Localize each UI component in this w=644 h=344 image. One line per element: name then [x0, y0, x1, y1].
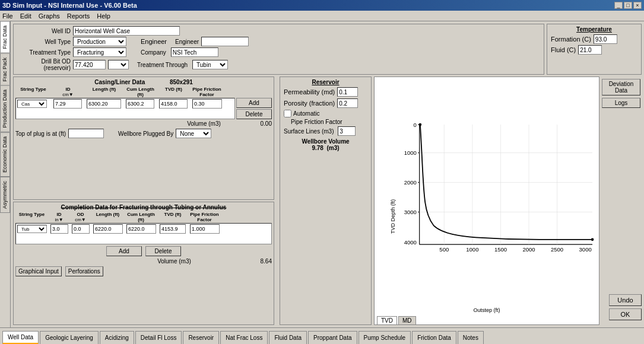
comp-string-type-select[interactable]: Tubing	[17, 225, 47, 233]
tab-geologic-layering[interactable]: Geologic Layering	[40, 331, 99, 344]
drill-bit-input[interactable]	[73, 60, 106, 69]
well-id-row: Well ID	[17, 26, 540, 36]
menu-help[interactable]: Help	[97, 12, 110, 20]
left-tabs: Frac Data Frac Pack Production Data Econ…	[0, 21, 11, 327]
title-bar: 3D Sim Input - NSI Internal Use - V6.00 …	[0, 0, 644, 11]
ok-button[interactable]: OK	[609, 308, 642, 320]
well-id-input[interactable]	[73, 26, 180, 36]
bottom-buttons: Graphical Input Perforations	[15, 266, 272, 276]
menu-file[interactable]: File	[2, 12, 13, 20]
casing-title: Casing/Liner Data 850x291	[15, 79, 272, 85]
menu-reports[interactable]: Reports	[67, 12, 90, 20]
fluid-temp-input[interactable]	[578, 45, 602, 55]
tab-fluid-data[interactable]: Fluid Data	[269, 331, 307, 344]
comp-od-input[interactable]	[72, 224, 90, 234]
drill-bit-unit[interactable]: cm in	[108, 60, 129, 69]
graph-tab-md[interactable]: MD	[398, 316, 416, 324]
completion-add-button[interactable]: Add	[106, 246, 142, 256]
logs-button[interactable]: Logs	[602, 98, 640, 108]
col-string-type: String Type	[15, 87, 51, 97]
graph-section: TVD Depth (ft) Outstep (ft) 0 1000	[374, 77, 642, 325]
completion-scroll[interactable]: Tubing	[15, 223, 272, 244]
casing-scroll[interactable]: Casing	[15, 98, 235, 119]
left-tab-economic[interactable]: Economic Data	[0, 132, 10, 177]
fluid-temp-label: Fluid (C)	[551, 46, 576, 53]
tab-reservoir[interactable]: Reservoir	[183, 331, 219, 344]
casing-length-input[interactable]	[87, 99, 121, 109]
comp-tvd-input[interactable]	[160, 224, 186, 234]
fluid-temp-row: Fluid (C)	[551, 45, 637, 55]
comp-id-input[interactable]	[50, 224, 68, 234]
wellbore-volume: Wellbore Volume 9.78 (m3)	[284, 138, 367, 151]
automatic-checkbox[interactable]	[284, 110, 291, 117]
menu-edit[interactable]: Edit	[20, 12, 31, 20]
casing-delete-button[interactable]: Delete	[236, 109, 272, 119]
title-text: 3D Sim Input - NSI Internal Use - V6.00 …	[2, 2, 137, 9]
completion-title: Completion Data for Fracturing through T…	[15, 204, 272, 211]
left-tab-frac-pack[interactable]: Frac Pack	[0, 53, 10, 86]
wellbore-plugged-select[interactable]: None Casing	[176, 129, 211, 138]
svg-text:4000: 4000	[404, 239, 417, 246]
reservoir-box: Reservoir Permeability (md) Porosity (fr…	[280, 77, 372, 325]
casing-cum-length-input[interactable]	[126, 99, 154, 109]
drill-bit-label: Drill Bit OD (reservoir)	[17, 58, 71, 71]
svg-text:1000: 1000	[404, 149, 417, 156]
tab-friction-data[interactable]: Friction Data	[412, 331, 456, 344]
graph-svg: 0 1000 2000 3000 4000 500	[398, 80, 596, 303]
porosity-input[interactable]	[337, 98, 358, 108]
comp-col-pipe-friction: Pipe Friction Factor	[188, 212, 221, 222]
window-controls[interactable]: _ □ ×	[614, 2, 642, 9]
tab-well-data[interactable]: Well Data	[2, 331, 39, 344]
graphical-input-button[interactable]: Graphical Input	[15, 266, 62, 276]
formation-temp-label: Formation (C)	[551, 36, 591, 43]
temperature-title: Temperature	[551, 26, 637, 33]
comp-cum-length-input[interactable]	[126, 224, 156, 234]
engineer-input[interactable]	[201, 37, 249, 46]
plug-input[interactable]	[68, 129, 104, 138]
minimize-button[interactable]: _	[614, 2, 623, 9]
treatment-through-select[interactable]: Tubing Annulus	[192, 60, 228, 69]
graph-tab-tvd[interactable]: TVD	[377, 316, 397, 324]
string-type-select[interactable]: Casing	[17, 100, 47, 108]
casing-add-button[interactable]: Add	[236, 98, 272, 108]
close-button[interactable]: ×	[633, 2, 642, 9]
company-label-text: Company	[141, 49, 166, 56]
left-tab-production[interactable]: Production Data	[0, 85, 10, 132]
surface-lines-input[interactable]	[338, 126, 356, 136]
treatment-type-select[interactable]: Fracturing Acidizing	[73, 47, 126, 57]
completion-delete-button[interactable]: Delete	[145, 246, 181, 256]
casing-tvd-input[interactable]	[159, 99, 188, 109]
graph-area: TVD Depth (ft) Outstep (ft) 0 1000	[374, 77, 599, 325]
casing-volume-label: Volume (m3) 0.00	[15, 120, 272, 127]
permeability-row: Permeability (md)	[284, 87, 367, 97]
completion-box: Completion Data for Fracturing through T…	[13, 202, 274, 325]
svg-point-25	[418, 123, 421, 126]
comp-pipe-friction-input[interactable]	[190, 224, 220, 234]
well-type-select[interactable]: Production Injection	[73, 37, 126, 46]
comp-length-input[interactable]	[93, 224, 123, 234]
wellbore-plugged-label: Wellbore Plugged By	[118, 130, 173, 137]
tab-acidizing[interactable]: Acidizing	[100, 331, 134, 344]
casing-pipe-friction-input[interactable]	[192, 99, 222, 109]
deviation-data-button[interactable]: Deviation Data	[602, 79, 640, 95]
reservoir-title: Reservoir	[284, 79, 367, 85]
tab-detail-fl-loss[interactable]: Detail Fl Loss	[135, 331, 182, 344]
maximize-button[interactable]: □	[624, 2, 632, 9]
casing-id-input[interactable]	[53, 99, 82, 109]
tab-nat-frac-loss[interactable]: Nat Frac Loss	[220, 331, 268, 344]
graph-inner: TVD Depth (ft) Outstep (ft) 0 1000	[375, 77, 599, 315]
undo-button[interactable]: Undo	[609, 294, 642, 306]
tab-notes[interactable]: Notes	[458, 331, 484, 344]
svg-text:2500: 2500	[551, 246, 563, 253]
company-input[interactable]	[171, 47, 218, 57]
left-tab-frac-data[interactable]: Frac Data	[0, 21, 10, 53]
tab-pump-schedule[interactable]: Pump Schedule	[359, 331, 411, 344]
formation-temp-input[interactable]	[594, 34, 617, 44]
left-tab-asymmetric[interactable]: Asymmetric	[0, 177, 10, 213]
menu-graphs[interactable]: Graphs	[39, 12, 60, 20]
permeability-input[interactable]	[337, 87, 358, 97]
perforations-button[interactable]: Perforations	[65, 266, 103, 276]
plug-label: Top of plug is at (ft)	[15, 130, 66, 137]
casing-volume-value: 0.00	[261, 120, 272, 127]
tab-proppant-data[interactable]: Proppant Data	[308, 331, 357, 344]
